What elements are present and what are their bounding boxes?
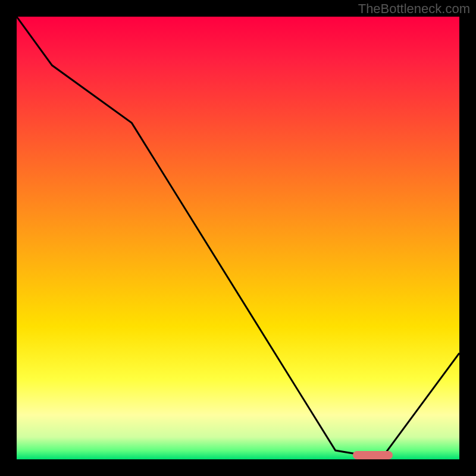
optimal-range-marker <box>353 451 393 459</box>
watermark: TheBottleneck.com <box>358 1 470 17</box>
chart-plot-area <box>17 17 459 459</box>
bottleneck-curve <box>17 17 459 459</box>
